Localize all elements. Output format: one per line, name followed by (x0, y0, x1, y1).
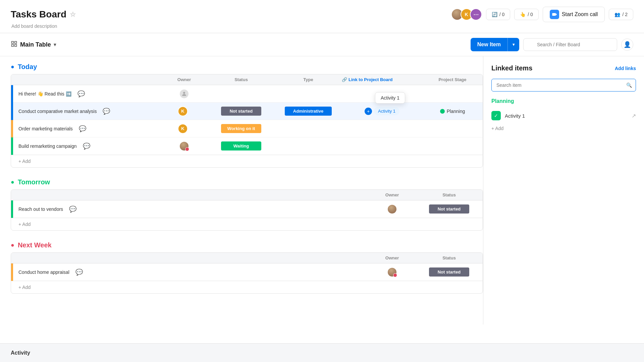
user-icon: 👤 (624, 41, 631, 48)
people-count: / 2 (622, 12, 628, 17)
row-text: Conduct comparative market analysis (18, 109, 97, 114)
col-status-header: Status (416, 255, 483, 260)
linked-check-icon: ✓ (491, 111, 501, 120)
owner-cell (161, 141, 208, 151)
row-text: Hi there! 👋 Read this ➡️ (18, 91, 71, 97)
section-toggle-today[interactable]: ● (11, 63, 14, 70)
add-row-nextweek[interactable]: + Add (11, 281, 483, 293)
new-item-label: New Item (471, 38, 507, 51)
owner-cell (369, 204, 416, 214)
table-tomorrow: Owner Status Reach out to vendors 💬 Not … (11, 189, 483, 231)
owner-cell (161, 89, 208, 99)
tooltip-box: Activity 1 (375, 92, 405, 104)
updates-button[interactable]: 👆 / 0 (514, 9, 539, 20)
row-indicator (11, 120, 13, 137)
status-cell[interactable]: Not started (208, 107, 275, 116)
zoom-button-label: Start Zoom call (562, 11, 598, 17)
row-indicator (11, 200, 13, 218)
main-table-button[interactable]: Main Table ▾ (11, 41, 56, 49)
new-item-button[interactable]: New Item ▾ (471, 38, 519, 51)
avatar-group: K ⋯ (451, 8, 482, 20)
link-badge-text: Activity 1 (378, 109, 395, 114)
status-badge-working: Working on it (221, 124, 261, 133)
activity-button[interactable]: 🔄 / 0 (486, 9, 511, 20)
linked-panel-header: Linked items Add links (491, 64, 636, 72)
add-links-button[interactable]: Add links (615, 66, 636, 71)
section-header-today: ● Today (11, 63, 483, 71)
people-icon: 👥 (614, 12, 620, 17)
user-avatar-button[interactable]: 👤 (621, 39, 633, 51)
people-button[interactable]: 👥 / 2 (609, 9, 633, 20)
linked-panel-title-text: Linked items (491, 64, 532, 72)
status-cell[interactable]: Not started (416, 267, 483, 277)
activity-count: / 0 (499, 12, 505, 17)
owner-avatar-img2 (387, 204, 397, 214)
expand-icon[interactable]: ↗ (632, 113, 636, 119)
search-item-input[interactable] (491, 79, 636, 92)
board-subtitle: Add board description (11, 23, 633, 29)
add-link-button[interactable]: + (365, 108, 372, 115)
row-indicator (11, 103, 13, 120)
planning-title: Planning (491, 98, 636, 104)
row-content[interactable]: Order marketing materials 💬 (11, 122, 161, 136)
owner-avatar-k2: K (178, 124, 188, 134)
row-text: Build remarketing campaign (18, 143, 77, 149)
status-cell[interactable]: Waiting (208, 141, 275, 150)
owner-cell (369, 267, 416, 277)
table-nextweek: Owner Status Conduct home appraisal 💬 (11, 252, 483, 294)
table-today: Owner Status Type 🔗 Link to Project Boar… (11, 74, 483, 168)
content: ● Today Owner Status Type 🔗 Link to Proj… (0, 56, 644, 324)
chat-icon[interactable]: 💬 (83, 142, 90, 150)
activity-icon: 🔄 (492, 12, 497, 17)
zoom-call-button[interactable]: Start Zoom call (543, 7, 605, 22)
star-icon[interactable]: ☆ (70, 10, 76, 18)
table-head-tomorrow: Owner Status (11, 190, 483, 200)
status-cell[interactable]: Not started (416, 204, 483, 214)
owner-cell: K (161, 106, 208, 116)
type-cell[interactable]: Administrative (275, 107, 342, 116)
section-title-today: Today (18, 63, 37, 71)
svg-rect-3 (15, 45, 17, 47)
new-item-caret-icon[interactable]: ▾ (508, 39, 519, 50)
toolbar: Main Table ▾ New Item ▾ 🔍 👤 (0, 33, 644, 56)
section-toggle-nextweek[interactable]: ● (11, 242, 14, 249)
chat-icon[interactable]: 💬 (103, 108, 110, 115)
tooltip-text: Activity 1 (381, 95, 399, 101)
section-toggle-tomorrow[interactable]: ● (11, 179, 14, 186)
add-linked-button[interactable]: + Add (491, 123, 636, 134)
section-tomorrow: ● Tomorrow Owner Status Reach out to ven… (11, 178, 483, 231)
add-row-today[interactable]: + Add (11, 155, 483, 167)
col-stage-header: Project Stage (422, 77, 483, 82)
row-content[interactable]: Conduct home appraisal 💬 (11, 265, 369, 279)
chat-icon[interactable]: 💬 (77, 90, 85, 98)
table-head-today: Owner Status Type 🔗 Link to Project Boar… (11, 74, 483, 85)
section-header-tomorrow: ● Tomorrow (11, 178, 483, 186)
chat-icon[interactable]: 💬 (79, 125, 86, 132)
row-content[interactable]: Reach out to vendors 💬 (11, 202, 369, 216)
row-text: Reach out to vendors (18, 206, 63, 212)
row-content[interactable]: Build remarketing campaign 💬 (11, 139, 161, 153)
col-type-header: Type (275, 77, 342, 82)
link-badge[interactable]: Activity 1 (374, 107, 399, 115)
chat-icon[interactable]: 💬 (75, 268, 83, 276)
search-wrapper: 🔍 (523, 38, 617, 51)
toolbar-right: New Item ▾ 🔍 👤 (471, 38, 633, 51)
col-link-header: 🔗 Link to Project Board (342, 77, 422, 82)
status-badge-not-started2: Not started (429, 204, 469, 214)
activity-bar[interactable]: Activity (0, 343, 644, 362)
owner-avatar-k: K (178, 106, 188, 116)
add-row-tomorrow[interactable]: + Add (11, 218, 483, 230)
table-row: Conduct comparative market analysis 💬 K … (11, 103, 483, 120)
row-indicator (11, 85, 13, 103)
chat-icon[interactable]: 💬 (69, 205, 76, 213)
stage-cell: Planning (422, 109, 483, 114)
search-item-icon: 🔍 (626, 82, 632, 88)
section-nextweek: ● Next Week Owner Status Conduct home ap… (11, 241, 483, 294)
search-input[interactable] (523, 38, 617, 51)
row-content[interactable]: Conduct comparative market analysis 💬 (11, 104, 161, 118)
table-row: Order marketing materials 💬 K Working on… (11, 120, 483, 137)
update-count: / 0 (528, 12, 533, 17)
owner-avatar-img3 (387, 267, 397, 277)
row-content[interactable]: Hi there! 👋 Read this ➡️ 💬 (11, 87, 161, 101)
status-cell[interactable]: Working on it (208, 124, 275, 133)
